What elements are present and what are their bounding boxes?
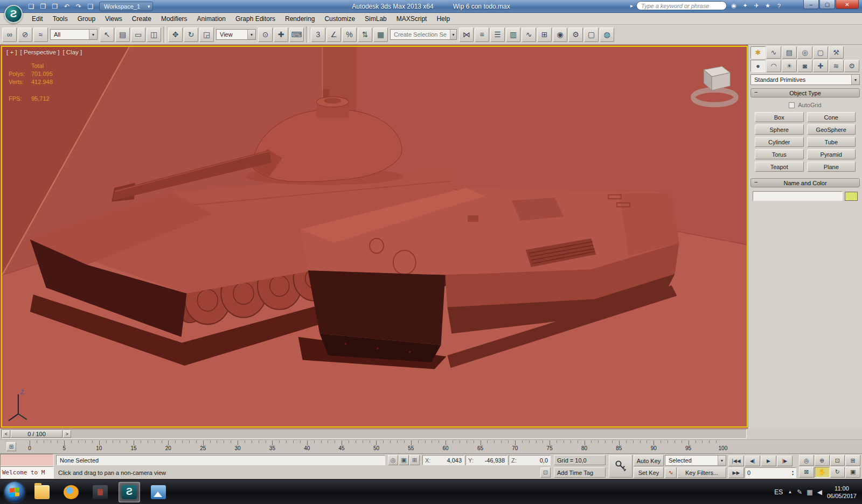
- infocenter-collapse-icon[interactable]: ▸: [630, 3, 633, 9]
- select-and-manipulate-icon[interactable]: ✚: [274, 27, 288, 42]
- application-menu-button[interactable]: Ƨ: [4, 5, 23, 23]
- time-slider-thumb[interactable]: 0 / 100: [11, 430, 62, 438]
- open-file-icon[interactable]: ❐: [38, 2, 48, 11]
- add-time-tag-button[interactable]: Add Time Tag: [554, 467, 606, 478]
- rectangular-selection-icon[interactable]: ▭: [131, 27, 145, 42]
- maximize-button[interactable]: ▢: [819, 0, 835, 9]
- search-input[interactable]: [636, 1, 727, 10]
- language-indicator[interactable]: ES: [774, 488, 783, 496]
- zoom-region-icon[interactable]: ⊠: [799, 467, 814, 478]
- cone-button[interactable]: Cone: [807, 112, 856, 122]
- selection-lock-icon[interactable]: ▣: [399, 455, 409, 465]
- network-tray-icon[interactable]: ▦: [807, 488, 812, 496]
- go-to-end-button[interactable]: ▶▶: [728, 467, 744, 478]
- object-name-field[interactable]: [753, 191, 843, 201]
- material-editor-icon[interactable]: ◉: [553, 27, 567, 42]
- new-file-icon[interactable]: ❏: [26, 2, 37, 11]
- keyboard-override-icon[interactable]: ⌨: [289, 27, 304, 42]
- menu-rendering[interactable]: Rendering: [280, 13, 319, 24]
- named-selection-set-dropdown[interactable]: Create Selection Se ▾: [390, 29, 457, 40]
- object-color-swatch[interactable]: [845, 192, 858, 201]
- maxscript-mini-listener-macro[interactable]: [0, 454, 54, 466]
- selection-filter-dropdown[interactable]: All ▾: [50, 29, 98, 40]
- render-production-icon[interactable]: ◍: [600, 27, 614, 42]
- modify-tab[interactable]: ∿: [766, 46, 781, 59]
- zoom-extents-icon[interactable]: ⊡: [830, 455, 845, 466]
- geosphere-button[interactable]: GeoSphere: [807, 124, 856, 135]
- search-go-icon[interactable]: ◉: [729, 1, 739, 10]
- maxscript-mini-listener[interactable]: Welcome to M: [0, 466, 54, 479]
- 3dsmax-taskbar-icon[interactable]: [119, 482, 140, 502]
- menu-edit[interactable]: Edit: [27, 13, 48, 24]
- perspective-viewport[interactable]: Z [ + ] [ Perspective ] [ Clay ] Total P…: [1, 46, 748, 428]
- curve-editor-icon[interactable]: ∿: [522, 27, 536, 42]
- torus-button[interactable]: Torus: [755, 149, 804, 159]
- bind-to-space-warp-icon[interactable]: ≈: [33, 27, 48, 42]
- rendered-frame-icon[interactable]: ▢: [584, 27, 599, 42]
- undo-icon[interactable]: ↶: [61, 2, 72, 11]
- tray-expand-icon[interactable]: ▲: [788, 489, 792, 494]
- shapes-category[interactable]: ◠: [766, 60, 781, 72]
- snap-toggle-3d-icon[interactable]: 3: [311, 27, 325, 42]
- pan-hand-icon[interactable]: ✋: [815, 467, 830, 478]
- cameras-category[interactable]: ◙: [797, 60, 812, 72]
- spinner-snap-icon[interactable]: ⇅: [358, 27, 372, 42]
- redo-icon[interactable]: ↷: [73, 2, 84, 11]
- favorites-star-icon[interactable]: ★: [763, 1, 773, 10]
- clock[interactable]: 11:00 06/05/2017: [827, 485, 857, 500]
- key-mode-dropdown[interactable]: Selected ▾: [665, 455, 726, 466]
- time-slider-track[interactable]: < 0 / 100 >: [1, 429, 747, 439]
- secondary-app-taskbar-icon[interactable]: [89, 482, 111, 502]
- box-button[interactable]: Box: [755, 112, 804, 122]
- use-pivot-center-icon[interactable]: ⊙: [258, 27, 273, 42]
- set-key-button[interactable]: Set Key: [634, 467, 664, 478]
- auto-key-button[interactable]: Auto Key: [634, 455, 664, 466]
- next-frame-button[interactable]: |▶: [777, 456, 793, 466]
- menu-group[interactable]: Group: [73, 13, 100, 24]
- default-tangent-button[interactable]: ∿: [665, 467, 677, 478]
- percent-snap-icon[interactable]: %: [342, 27, 357, 42]
- unlink-selection-icon[interactable]: ⊘: [18, 27, 32, 42]
- lights-category[interactable]: ☀: [782, 60, 797, 72]
- select-and-link-icon[interactable]: ∞: [2, 27, 17, 42]
- time-slider[interactable]: < 0 / 100 >: [0, 429, 862, 439]
- viewport-menu-pov[interactable]: [ Perspective ]: [20, 49, 60, 55]
- sphere-button[interactable]: Sphere: [755, 124, 804, 135]
- select-by-name-icon[interactable]: ▤: [115, 27, 130, 42]
- geometry-category[interactable]: ●: [750, 60, 766, 72]
- menu-modifiers[interactable]: Modifiers: [156, 13, 192, 24]
- communicator-icon[interactable]: ⊡: [540, 467, 551, 478]
- select-and-scale-icon[interactable]: ◲: [199, 27, 214, 42]
- render-setup-icon[interactable]: ⚙: [568, 27, 583, 42]
- track-bar[interactable]: ⊞ 05101520253035404550556065707580859095…: [0, 439, 862, 454]
- viewport-menu-shading[interactable]: [ Clay ]: [62, 49, 82, 55]
- layer-manager-icon[interactable]: ☰: [490, 27, 505, 42]
- reference-coordinate-dropdown[interactable]: View ▾: [216, 29, 256, 40]
- mirror-icon[interactable]: ⋈: [459, 27, 474, 42]
- orbit-icon[interactable]: ↻: [830, 467, 845, 478]
- create-tab[interactable]: ✱: [750, 46, 766, 59]
- pen-tray-icon[interactable]: ✎: [797, 488, 802, 496]
- communication-center-icon[interactable]: ✈: [752, 1, 761, 10]
- menu-animation[interactable]: Animation: [192, 13, 231, 24]
- autogrid-checkbox[interactable]: [789, 102, 795, 108]
- workspace-dropdown[interactable]: Workspace_1 ▾: [99, 2, 153, 11]
- save-file-icon[interactable]: ❒: [50, 2, 60, 11]
- spinner-arrows-icon[interactable]: ▴▾: [792, 470, 794, 476]
- pyramid-button[interactable]: Pyramid: [807, 149, 856, 159]
- menu-simlab[interactable]: SimLab: [360, 13, 392, 24]
- menu-maxscript[interactable]: MAXScript: [392, 13, 432, 24]
- name-and-color-rollout[interactable]: − Name and Color: [750, 178, 860, 187]
- x-coordinate-field[interactable]: X:4,043: [422, 455, 464, 465]
- space-warps-category[interactable]: ≋: [829, 60, 844, 72]
- play-button[interactable]: ▶: [761, 456, 776, 466]
- window-crossing-icon[interactable]: ◫: [147, 27, 161, 42]
- maximize-viewport-icon[interactable]: ▣: [845, 467, 860, 478]
- helpers-category[interactable]: ✚: [813, 60, 828, 72]
- utilities-tab[interactable]: ⚒: [829, 46, 844, 59]
- hierarchy-tab[interactable]: ▤: [782, 46, 797, 59]
- object-type-rollout[interactable]: − Object Type: [750, 88, 860, 97]
- align-icon[interactable]: ≡: [475, 27, 489, 42]
- viewport-menu-general[interactable]: [ + ]: [6, 49, 17, 55]
- previous-frame-slider-button[interactable]: <: [2, 430, 10, 438]
